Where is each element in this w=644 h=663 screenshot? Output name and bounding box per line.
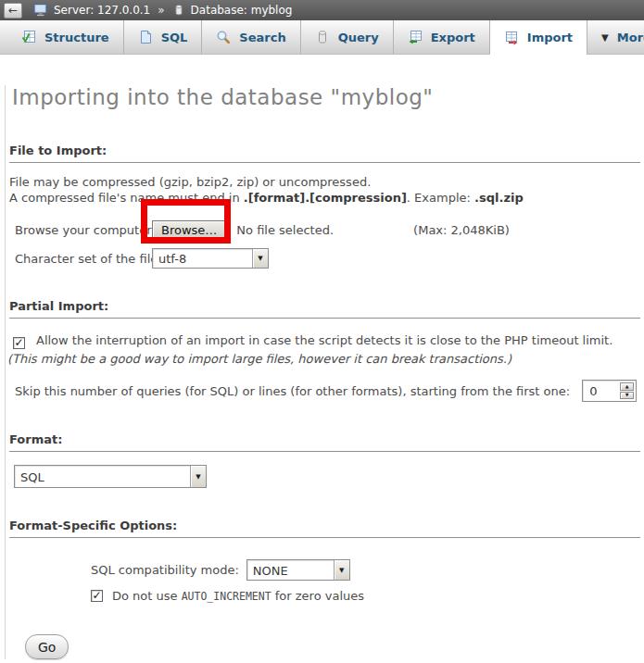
search-icon — [216, 30, 231, 44]
browse-button[interactable]: Browse… — [152, 220, 226, 240]
sql-compat-row: SQL compatibility mode: NONE ▼ — [91, 559, 644, 581]
charset-label: Character set of the file: — [15, 252, 152, 266]
page-title: Importing into the database "myblog" — [12, 85, 644, 109]
max-size-text: (Max: 2,048KiB) — [413, 223, 510, 237]
format-select[interactable]: SQL ▼ — [14, 465, 207, 488]
chevron-down-icon[interactable]: ▼ — [334, 560, 349, 580]
section-heading-format-options: Format-Specific Options: — [9, 519, 640, 538]
tab-import[interactable]: Import — [490, 20, 587, 55]
database-icon — [172, 3, 185, 18]
tab-sql-label: SQL — [161, 31, 188, 44]
allow-interrupt-checkbox[interactable]: ✓ — [13, 337, 25, 349]
no-file-selected-text: No file selected. — [236, 223, 334, 237]
tab-query-label: Query — [338, 31, 379, 44]
sql-compat-select[interactable]: NONE ▼ — [246, 559, 350, 581]
tab-structure-label: Structure — [44, 31, 109, 44]
auto-increment-code: AUTO_INCREMENT — [182, 590, 271, 603]
go-button[interactable]: Go — [25, 634, 69, 659]
charset-select-value: utf-8 — [153, 249, 252, 268]
help-line2-mid: . Example: — [407, 191, 474, 205]
skip-queries-row: Skip this number of queries (for SQL) or… — [15, 380, 644, 402]
query-icon — [315, 30, 330, 44]
tab-sql[interactable]: SQL — [124, 20, 203, 54]
export-icon — [408, 30, 423, 44]
charset-select[interactable]: utf-8 ▼ — [152, 248, 269, 269]
structure-icon — [21, 30, 36, 44]
breadcrumb-separator: » — [156, 4, 166, 17]
browse-label: Browse your computer: — [15, 223, 152, 237]
import-content: Importing into the database "myblog" Fil… — [0, 85, 644, 659]
help-sql-zip-example: .sql.zip — [474, 191, 524, 205]
charset-row: Character set of the file: utf-8 ▼ — [15, 248, 644, 269]
sql-compat-select-value: NONE — [247, 560, 334, 580]
stepper-down-icon[interactable]: ▼ — [620, 392, 634, 400]
allow-interrupt-row: ✓Allow the interruption of an import in … — [7, 332, 638, 369]
server-icon — [33, 3, 48, 18]
sql-icon — [138, 30, 153, 44]
content-left-border — [5, 85, 6, 659]
section-heading-file-to-import: File to Import: — [9, 144, 640, 163]
tab-query[interactable]: Query — [301, 20, 394, 54]
tab-export[interactable]: Export — [394, 20, 490, 54]
stepper-up-icon[interactable]: ▲ — [620, 382, 634, 391]
help-line2-prefix: A compressed file's name must end in — [9, 191, 244, 205]
auto-increment-row: ✓ Do not use AUTO_INCREMENT for zero val… — [91, 589, 644, 603]
back-button[interactable]: ← — [4, 3, 22, 19]
skip-queries-stepper[interactable]: 0 ▲ ▼ — [582, 380, 637, 402]
breadcrumb-bar: ← Server: 127.0.0.1 » Database: myblog — [0, 0, 644, 20]
tab-export-label: Export — [431, 31, 475, 44]
chevron-down-icon[interactable]: ▼ — [190, 466, 206, 487]
auto-increment-text: Do not use AUTO_INCREMENT for zero value… — [112, 589, 364, 603]
browse-row: Browse your computer: Browse… No file se… — [15, 220, 644, 240]
format-select-value: SQL — [15, 466, 190, 487]
tab-more-label: More — [617, 31, 644, 44]
help-format-compression: .[format].[compression] — [244, 191, 407, 205]
skip-queries-label: Skip this number of queries (for SQL) or… — [15, 384, 570, 398]
sql-compat-label: SQL compatibility mode: — [91, 563, 239, 577]
format-row: SQL ▼ — [14, 465, 644, 488]
allow-interrupt-note: (This might be a good way to import larg… — [7, 352, 511, 366]
breadcrumb-database[interactable]: Database: myblog — [191, 4, 293, 17]
chevron-down-icon[interactable]: ▼ — [252, 249, 268, 268]
tab-structure[interactable]: Structure — [7, 20, 124, 54]
breadcrumb-server[interactable]: Server: 127.0.0.1 — [54, 4, 150, 17]
auto-increment-checkbox[interactable]: ✓ — [91, 590, 103, 602]
section-heading-format: Format: — [9, 432, 640, 452]
tab-search-label: Search — [239, 31, 285, 44]
tab-import-label: Import — [527, 31, 573, 44]
phpmyadmin-import-page: ← Server: 127.0.0.1 » Database: myblog — [0, 0, 644, 663]
allow-interrupt-text: Allow the interruption of an import in c… — [36, 333, 612, 347]
help-line1: File may be compressed (gzip, bzip2, zip… — [9, 175, 371, 189]
import-icon — [504, 31, 519, 45]
skip-queries-value: 0 — [583, 381, 618, 401]
tab-more[interactable]: ▼ More — [587, 20, 644, 54]
tab-search[interactable]: Search — [202, 20, 300, 54]
section-heading-partial-import: Partial Import: — [9, 299, 640, 319]
file-help-text: File may be compressed (gzip, bzip2, zip… — [9, 174, 638, 206]
tab-bar: Structure SQL Search — [0, 20, 644, 55]
chevron-down-icon: ▼ — [601, 32, 609, 43]
stepper-buttons: ▲ ▼ — [618, 381, 636, 401]
